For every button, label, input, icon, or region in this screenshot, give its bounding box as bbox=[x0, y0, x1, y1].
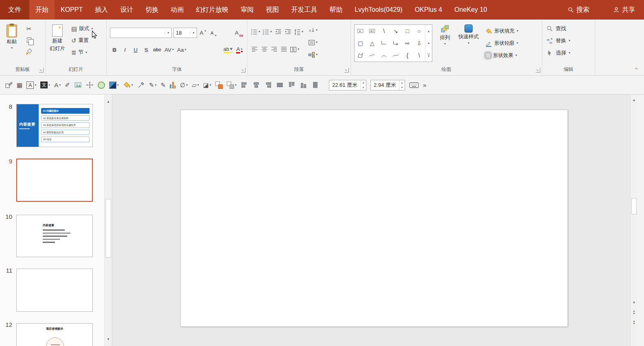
object-position-button[interactable] bbox=[86, 81, 94, 89]
section-button[interactable]: ≣ 节 ▾ bbox=[69, 47, 95, 57]
spin-up-icon[interactable]: ▲ bbox=[399, 80, 405, 85]
font-color-button[interactable]: A▾ bbox=[235, 45, 244, 55]
change-case-button[interactable]: Aa▾ bbox=[176, 45, 187, 55]
shape-line-arrow[interactable]: ↘ bbox=[390, 25, 402, 37]
tab-slideshow[interactable]: 幻灯片放映 bbox=[190, 0, 234, 20]
shape-scribble[interactable] bbox=[366, 49, 378, 62]
tab-transitions[interactable]: 切换 bbox=[139, 0, 164, 20]
slide-thumbnail-9-selected[interactable] bbox=[16, 159, 93, 202]
shape-diagonal-line[interactable]: \ bbox=[413, 49, 425, 62]
thumbnail-scroll-down-button[interactable]: ▼ bbox=[105, 335, 112, 343]
distribute-vertical-button[interactable] bbox=[311, 81, 319, 89]
bullets-button[interactable]: ▾ bbox=[250, 27, 261, 37]
shape-left-brace[interactable]: { bbox=[401, 49, 413, 62]
find-button[interactable]: 查找 bbox=[546, 24, 595, 33]
collapse-ribbon-button[interactable]: ^ bbox=[635, 67, 637, 71]
copy-button[interactable] bbox=[24, 35, 34, 45]
draw-pen-button[interactable]: ✎ bbox=[160, 82, 166, 89]
shape-rectangle[interactable]: □ bbox=[401, 25, 413, 37]
shape-select-button[interactable]: ▱▾ bbox=[192, 82, 199, 89]
quick-styles-button[interactable]: 快速样式 ▾ bbox=[456, 22, 481, 64]
text-direction-button[interactable]: A▾ bbox=[307, 25, 318, 35]
font-style-button[interactable]: A▾ bbox=[54, 82, 61, 88]
align-objects-top-button[interactable] bbox=[288, 81, 296, 89]
tab-okplus[interactable]: OKPlus 4 bbox=[409, 0, 449, 20]
clipboard-dialog-launcher[interactable]: ↘ bbox=[39, 68, 44, 73]
shape-line[interactable]: \ bbox=[378, 25, 390, 37]
tab-help[interactable]: 帮助 bbox=[323, 0, 348, 20]
gallery-more-button[interactable]: ▼ bbox=[425, 49, 432, 62]
format-painter-button[interactable] bbox=[24, 46, 34, 56]
next-slide-button[interactable]: ▼▼ bbox=[631, 319, 637, 326]
new-slide-button[interactable]: ✶ 新建 幻灯片 bbox=[46, 22, 69, 64]
gallery-scroll-up-button[interactable]: ▲ bbox=[425, 25, 432, 37]
spin-down-icon[interactable]: ▼ bbox=[399, 85, 405, 90]
oval-shape-button[interactable] bbox=[98, 82, 105, 89]
arrange-button[interactable]: 排列 ▾ bbox=[434, 22, 456, 64]
insert-chart-button[interactable] bbox=[170, 82, 176, 88]
keyboard-button[interactable] bbox=[409, 82, 419, 89]
dropdown-icon[interactable]: ▾ bbox=[165, 31, 171, 35]
shape-rounded-rectangle[interactable]: ▢ bbox=[355, 37, 366, 49]
bold-button[interactable]: B bbox=[110, 45, 119, 55]
drawing-dialog-launcher[interactable]: ↘ bbox=[536, 68, 540, 73]
character-spacing-button[interactable]: AV▾ bbox=[164, 45, 175, 55]
tab-koppt[interactable]: KOPPT bbox=[55, 0, 89, 20]
shape-right-arrow[interactable]: ⇨ bbox=[401, 37, 413, 49]
tab-developer[interactable]: 开发工具 bbox=[285, 0, 323, 20]
columns-button[interactable]: ▾ bbox=[289, 44, 300, 54]
align-objects-right-button[interactable] bbox=[264, 81, 272, 89]
align-objects-bottom-button[interactable] bbox=[300, 81, 307, 89]
cut-button[interactable]: ✂ bbox=[24, 24, 34, 33]
shape-oval[interactable]: ○ bbox=[413, 25, 425, 37]
fill-color-button[interactable]: ▾ bbox=[123, 81, 133, 89]
shape-elbow-arrow-connector[interactable] bbox=[390, 37, 402, 49]
shape-width-spinner[interactable]: 22.61 厘米 ▲▼ bbox=[329, 80, 366, 90]
underline-button[interactable]: U bbox=[131, 45, 140, 55]
select-button[interactable]: 选择 ▾ bbox=[546, 48, 595, 58]
stylus-pen-button[interactable]: ✐ bbox=[65, 82, 70, 89]
canvas-scroll-down-button[interactable]: ▼ bbox=[631, 299, 637, 306]
highlight-color-button[interactable]: ab▾ bbox=[223, 45, 233, 55]
font-name-combo[interactable]: ▾ bbox=[110, 28, 172, 38]
replace-button[interactable]: abac 替换 ▾ bbox=[546, 36, 595, 46]
increase-indent-button[interactable] bbox=[283, 27, 292, 37]
strikethrough-button[interactable]: abe bbox=[152, 45, 162, 55]
share-button[interactable]: 共享 bbox=[607, 0, 644, 20]
slide-thumbnail-11[interactable] bbox=[16, 269, 93, 312]
spin-up-icon[interactable]: ▲ bbox=[361, 80, 366, 85]
bring-forward-button[interactable] bbox=[215, 82, 223, 89]
slide-thumbnail-12[interactable]: 项目管理图示 bbox=[16, 323, 93, 346]
tab-file[interactable]: 文件 bbox=[0, 0, 29, 20]
reset-slide-button[interactable]: ↺ 重置 bbox=[69, 35, 95, 46]
previous-slide-button[interactable]: ▲▲ bbox=[631, 309, 637, 316]
canvas-scrollbar-thumb[interactable] bbox=[631, 198, 637, 214]
slide-editing-area[interactable] bbox=[180, 110, 568, 327]
cjk-format-button[interactable]: 文▾ bbox=[40, 82, 50, 88]
tab-animations[interactable]: 动画 bbox=[164, 0, 190, 20]
shape-triangle[interactable]: △ bbox=[366, 37, 378, 49]
slide-canvas[interactable] bbox=[113, 95, 630, 346]
gallery-scroll-down-button[interactable]: ▼ bbox=[425, 37, 432, 49]
insert-picture-button[interactable] bbox=[74, 81, 82, 89]
justify-button[interactable] bbox=[279, 44, 288, 54]
align-left-button[interactable] bbox=[250, 44, 259, 54]
no-fill-button[interactable]: ∅▾ bbox=[180, 82, 188, 89]
numbering-button[interactable]: 123▾ bbox=[262, 27, 273, 37]
shape-outline-button[interactable]: 形状轮廓 ▾ bbox=[485, 38, 518, 48]
convert-to-smartart-button[interactable]: ▾ bbox=[307, 50, 318, 60]
tab-insert[interactable]: 插入 bbox=[89, 0, 114, 20]
search-button[interactable]: 搜索 bbox=[561, 0, 596, 20]
thumbnail-scroll-up-button[interactable]: ▲ bbox=[105, 98, 112, 105]
text-box-style-button[interactable]: A▾ bbox=[26, 82, 36, 89]
align-right-button[interactable] bbox=[269, 44, 278, 54]
slide-thumbnail-8[interactable]: 内容提要 01 问题的提出 02 系统新业务总体架构 03 系统实现所采用的关键… bbox=[16, 104, 93, 147]
theme-color-button[interactable]: ▾ bbox=[109, 82, 119, 89]
layout-grid-button[interactable]: ▦ bbox=[17, 82, 22, 89]
decrease-indent-button[interactable] bbox=[274, 27, 283, 37]
shape-freeform[interactable] bbox=[355, 49, 366, 62]
spin-down-icon[interactable]: ▼ bbox=[361, 85, 366, 90]
send-backward-button[interactable]: ▾ bbox=[227, 82, 237, 89]
italic-button[interactable]: I bbox=[120, 45, 129, 55]
increase-font-size-button[interactable]: A▲ bbox=[199, 28, 208, 38]
